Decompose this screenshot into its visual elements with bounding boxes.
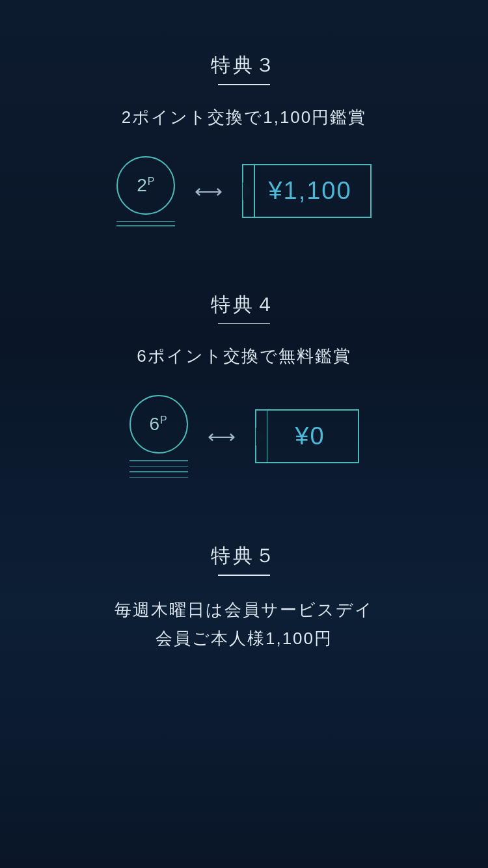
section4-ticket-amount: ¥0 — [288, 422, 325, 450]
section3-ticket: ¥1,100 — [242, 164, 371, 218]
section4-title-wrapper: 特典４ — [211, 292, 277, 325]
section5: 特典５ 毎週木曜日は会員サービスデイ 会員ご本人様1,100円 — [0, 517, 488, 672]
section4-stacked-lines — [129, 460, 188, 478]
section3-ticket-divider — [254, 165, 255, 217]
section3-point-group: 2P — [116, 156, 175, 226]
point-line-2 — [116, 225, 175, 226]
stacked-line-2 — [129, 466, 188, 467]
page: 特典３ 2ポイント交換で1,100円鑑賞 2P ⟷ — [0, 0, 488, 868]
section5-subtitle: 毎週木曜日は会員サービスデイ 会員ご本人様1,100円 — [115, 595, 373, 653]
section3: 特典３ 2ポイント交換で1,100円鑑賞 2P ⟷ — [0, 26, 488, 246]
section3-arrow-icon: ⟷ — [195, 180, 223, 202]
stacked-line-4 — [129, 477, 188, 478]
section5-subtitle-line1: 毎週木曜日は会員サービスデイ — [115, 600, 373, 619]
section4-title-underline — [218, 323, 270, 325]
section3-ticket-amount: ¥1,100 — [262, 177, 351, 205]
section5-subtitle-line2: 会員ご本人様1,100円 — [156, 629, 332, 648]
section3-point-lines — [116, 221, 175, 226]
stacked-line-1 — [129, 460, 188, 461]
stacked-line-3 — [129, 471, 188, 472]
section4-subtitle: 6ポイント交換で無料鑑賞 — [137, 344, 351, 369]
section3-title-underline — [218, 84, 270, 85]
point-line-1 — [116, 221, 175, 223]
section3-point-coin: 2P — [116, 156, 175, 215]
section3-subtitle: 2ポイント交換で1,100円鑑賞 — [122, 105, 367, 130]
section5-title-underline — [218, 575, 270, 576]
section3-title-wrapper: 特典３ — [211, 52, 277, 85]
section4-arrow-icon: ⟷ — [208, 425, 236, 448]
section4-point-coin-text: 6P — [149, 414, 167, 435]
section5-title: 特典５ — [211, 543, 277, 569]
section4: 特典４ 6ポイント交換で無料鑑賞 6P ⟷ — [0, 265, 488, 498]
section5-title-wrapper: 特典５ — [211, 543, 277, 576]
section4-ticket: ¥0 — [255, 409, 359, 463]
section4-title: 特典４ — [211, 292, 277, 318]
section4-point-group: 6P — [129, 395, 188, 478]
section4-point-coin: 6P — [129, 395, 188, 454]
section4-ticket-divider — [267, 411, 268, 462]
section3-diagram: 2P ⟷ ¥1,100 — [0, 156, 488, 226]
section3-point-coin-text: 2P — [137, 175, 155, 196]
section4-diagram: 6P ⟷ ¥0 — [0, 395, 488, 478]
section3-title: 特典３ — [211, 52, 277, 79]
